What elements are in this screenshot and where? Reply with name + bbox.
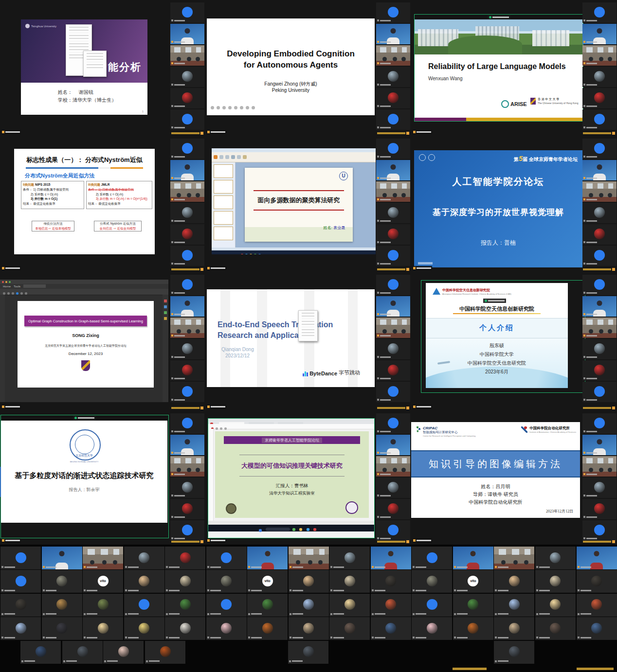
participant-avatar-tile[interactable]: vito: [247, 570, 288, 593]
maximize-icon[interactable]: [9, 281, 11, 283]
conference-room-video-tile[interactable]: [582, 318, 617, 338]
participant-avatar-tile[interactable]: [582, 499, 617, 519]
participant-avatar-tile[interactable]: [535, 617, 576, 640]
participant-video-tile[interactable]: [376, 435, 410, 455]
tool-icon[interactable]: [164, 311, 167, 314]
minimize-icon[interactable]: [5, 281, 7, 283]
close-icon[interactable]: [2, 281, 4, 283]
participant-avatar-tile[interactable]: [376, 67, 410, 87]
participant-avatar-tile[interactable]: [206, 617, 247, 640]
participant-avatar-tile[interactable]: [124, 547, 164, 569]
participant-avatar-tile[interactable]: [412, 570, 452, 593]
participant-video-tile[interactable]: [582, 160, 617, 180]
participant-video-tile[interactable]: [582, 24, 617, 44]
participant-initials-tile[interactable]: [376, 275, 410, 295]
participant-video-tile[interactable]: [170, 296, 204, 317]
ppt-titlebar[interactable]: [212, 148, 376, 152]
participant-avatar-tile[interactable]: [494, 617, 534, 640]
ppt-ribbon[interactable]: [212, 152, 376, 162]
participant-avatar-tile[interactable]: [376, 499, 410, 519]
slide-thumbnail[interactable]: [214, 164, 233, 178]
participant-initials-tile[interactable]: [582, 2, 617, 23]
pdf-titlebar[interactable]: [0, 280, 168, 284]
participant-avatar-tile[interactable]: [582, 67, 617, 87]
context-menu[interactable]: [298, 310, 318, 341]
participant-avatar-tile[interactable]: [453, 617, 493, 640]
participant-avatar-tile[interactable]: [494, 594, 534, 617]
participant-initials-tile[interactable]: [170, 382, 204, 402]
participant-avatar-tile[interactable]: [165, 617, 205, 640]
conference-room-video-tile[interactable]: [170, 45, 204, 66]
conference-room-video-tile[interactable]: [289, 547, 329, 569]
pdf-toolbar[interactable]: [0, 289, 168, 295]
participant-initials-tile[interactable]: [170, 139, 204, 159]
participant-avatar-tile[interactable]: [247, 594, 288, 617]
participant-avatar-tile[interactable]: [83, 594, 123, 617]
participant-video-tile[interactable]: [577, 547, 617, 569]
participant-video-tile[interactable]: [376, 296, 410, 317]
participant-avatar-tile[interactable]: [582, 203, 617, 223]
participant-initials-tile[interactable]: [170, 2, 204, 23]
participant-avatar-tile[interactable]: [371, 594, 411, 617]
participant-avatar-tile[interactable]: [376, 224, 410, 245]
participant-video-tile[interactable]: [453, 547, 493, 569]
participant-avatar-tile[interactable]: [170, 339, 204, 359]
participant-avatar-tile[interactable]: [170, 88, 204, 108]
participant-avatar-tile[interactable]: [376, 203, 410, 223]
slide-thumbnail[interactable]: [214, 211, 233, 225]
menu-tools[interactable]: Tools: [14, 285, 20, 288]
participant-video-tile[interactable]: [247, 547, 288, 569]
participant-initials-tile[interactable]: [0, 547, 41, 569]
windows-taskbar[interactable]: [212, 250, 376, 254]
participant-avatar-tile[interactable]: [288, 641, 328, 664]
participant-avatar-tile[interactable]: [577, 570, 617, 593]
search-pill[interactable]: [266, 528, 290, 531]
participant-avatar-tile[interactable]: vito: [453, 570, 493, 593]
conference-room-video-tile[interactable]: [376, 181, 410, 202]
left-tool-rail[interactable]: [208, 429, 214, 529]
conference-room-video-tile[interactable]: [170, 181, 204, 202]
participant-avatar-tile[interactable]: [582, 88, 617, 108]
participant-video-tile[interactable]: [170, 160, 204, 180]
participant-video-tile[interactable]: [170, 24, 204, 44]
participant-avatar-tile[interactable]: [329, 547, 370, 569]
participant-initials-tile[interactable]: [582, 382, 617, 402]
participant-avatar-tile[interactable]: [42, 617, 82, 640]
participant-avatar-tile[interactable]: [0, 617, 41, 640]
participant-avatar-tile[interactable]: [170, 67, 204, 87]
participant-avatar-tile[interactable]: [412, 617, 452, 640]
participant-avatar-tile[interactable]: [103, 641, 144, 664]
participant-avatar-tile[interactable]: [206, 570, 247, 593]
participant-avatar-tile[interactable]: [582, 477, 617, 498]
participant-video-tile[interactable]: [582, 296, 617, 317]
participant-avatar-tile[interactable]: [376, 88, 410, 108]
participant-initials-tile[interactable]: [170, 520, 204, 541]
participant-avatar-tile[interactable]: [453, 594, 493, 617]
participant-avatar-tile[interactable]: [535, 547, 576, 569]
participant-avatar-tile[interactable]: [170, 360, 204, 381]
office-toolbar[interactable]: [208, 424, 374, 429]
participant-avatar-tile[interactable]: [535, 594, 576, 617]
participant-avatar-tile[interactable]: [535, 570, 576, 593]
participant-avatar-tile[interactable]: [289, 617, 329, 640]
participant-avatar-tile[interactable]: [170, 499, 204, 519]
participant-avatar-tile[interactable]: [170, 203, 204, 223]
ppt-thumbnail-pane[interactable]: [212, 162, 236, 248]
conference-room-video-tile[interactable]: [582, 456, 617, 477]
participant-initials-tile[interactable]: [376, 139, 410, 159]
participant-avatar-tile[interactable]: [376, 477, 410, 498]
participant-avatar-tile[interactable]: [165, 594, 205, 617]
participant-avatar-tile[interactable]: [376, 339, 410, 359]
tool-icon[interactable]: [164, 305, 167, 308]
participant-initials-tile[interactable]: [376, 413, 410, 434]
participant-initials-tile[interactable]: [170, 275, 204, 295]
conference-room-video-tile[interactable]: [582, 45, 617, 66]
participant-avatar-tile[interactable]: [0, 594, 41, 617]
participant-initials-tile[interactable]: [582, 139, 617, 159]
conference-room-video-tile[interactable]: [582, 181, 617, 202]
participant-avatar-tile[interactable]: [170, 224, 204, 245]
conference-room-video-tile[interactable]: [376, 318, 410, 338]
participant-initials-tile[interactable]: [124, 594, 164, 617]
participant-initials-tile[interactable]: [0, 570, 41, 593]
participant-avatar-tile[interactable]: [170, 477, 204, 498]
